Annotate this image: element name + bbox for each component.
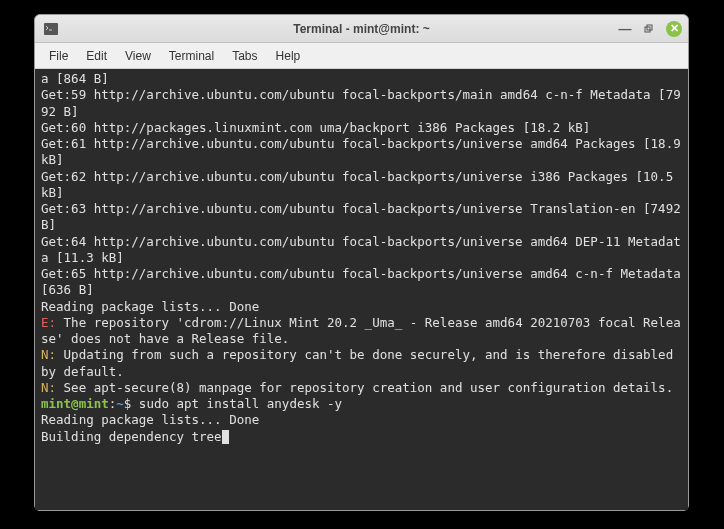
- menu-file[interactable]: File: [41, 46, 76, 66]
- command-input: sudo apt install anydesk -y: [131, 396, 342, 411]
- output-line: Building dependency tree: [41, 429, 222, 444]
- menu-tabs[interactable]: Tabs: [224, 46, 265, 66]
- svg-rect-0: [44, 23, 58, 35]
- note-prefix: N:: [41, 380, 56, 395]
- output-line: Get:59 http://archive.ubuntu.com/ubuntu …: [41, 87, 681, 118]
- window-title: Terminal - mint@mint: ~: [35, 22, 688, 36]
- close-button[interactable]: ✕: [666, 21, 682, 37]
- cursor: [222, 430, 229, 444]
- maximize-button[interactable]: [642, 22, 656, 36]
- output-line: Reading package lists... Done: [41, 299, 259, 314]
- menu-terminal[interactable]: Terminal: [161, 46, 222, 66]
- output-line: Get:60 http://packages.linuxmint.com uma…: [41, 120, 590, 135]
- titlebar[interactable]: Terminal - mint@mint: ~ — ✕: [35, 15, 688, 43]
- menu-edit[interactable]: Edit: [78, 46, 115, 66]
- minimize-button[interactable]: —: [618, 22, 632, 36]
- note-message: See apt-secure(8) manpage for repository…: [56, 380, 673, 395]
- note-message: Updating from such a repository can't be…: [41, 347, 681, 378]
- prompt-user: mint: [41, 396, 71, 411]
- menubar: File Edit View Terminal Tabs Help: [35, 43, 688, 69]
- window-controls: — ✕: [618, 21, 682, 37]
- output-line: a [864 B]: [41, 71, 109, 86]
- output-line: Get:62 http://archive.ubuntu.com/ubuntu …: [41, 169, 681, 200]
- output-line: Get:64 http://archive.ubuntu.com/ubuntu …: [41, 234, 681, 265]
- prompt-host: mint: [79, 396, 109, 411]
- prompt-at: @: [71, 396, 79, 411]
- menu-view[interactable]: View: [117, 46, 159, 66]
- output-line: Get:61 http://archive.ubuntu.com/ubuntu …: [41, 136, 688, 167]
- menu-help[interactable]: Help: [268, 46, 309, 66]
- output-line: Get:65 http://archive.ubuntu.com/ubuntu …: [41, 266, 688, 297]
- error-message: The repository 'cdrom://Linux Mint 20.2 …: [41, 315, 681, 346]
- terminal-icon: [43, 21, 59, 37]
- error-prefix: E:: [41, 315, 56, 330]
- terminal-output[interactable]: a [864 B] Get:59 http://archive.ubuntu.c…: [35, 69, 688, 510]
- output-line: Get:63 http://archive.ubuntu.com/ubuntu …: [41, 201, 688, 232]
- note-prefix: N:: [41, 347, 56, 362]
- prompt-path: ~: [116, 396, 124, 411]
- output-line: Reading package lists... Done: [41, 412, 259, 427]
- terminal-window: Terminal - mint@mint: ~ — ✕ File Edit Vi…: [34, 14, 689, 511]
